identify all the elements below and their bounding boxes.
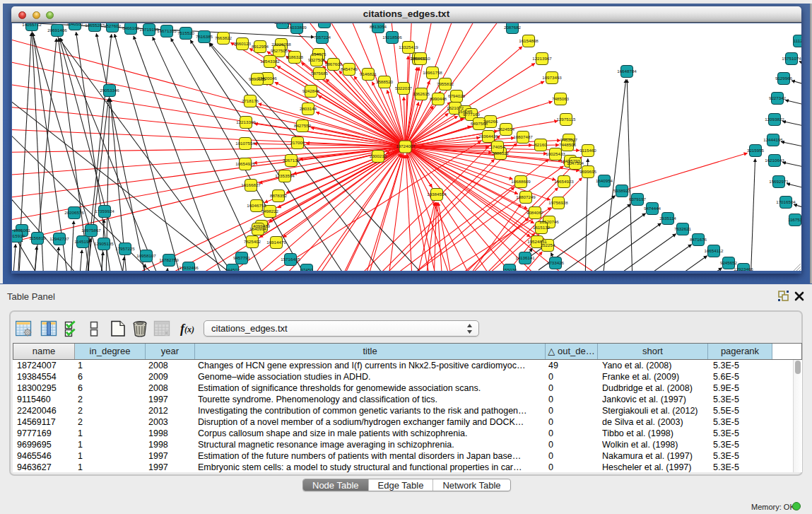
svg-text:7955812: 7955812 (437, 81, 454, 86)
svg-text:7986322: 7986322 (492, 151, 510, 156)
svg-text:19166827: 19166827 (241, 182, 261, 187)
svg-text:7515520: 7515520 (177, 30, 195, 35)
svg-text:1156819: 1156819 (29, 235, 46, 240)
svg-text:8660123: 8660123 (234, 41, 252, 46)
svg-text:7632621: 7632621 (674, 226, 692, 231)
svg-text:19724007: 19724007 (396, 144, 416, 148)
svg-text:3915919: 3915919 (12, 233, 25, 238)
svg-text:62160: 62160 (534, 142, 547, 147)
svg-text:252254: 252254 (541, 243, 555, 247)
svg-text:1615132: 1615132 (533, 225, 551, 230)
svg-text:3267130: 3267130 (283, 158, 300, 163)
svg-text:16046756: 16046756 (247, 203, 266, 208)
svg-text:16782759: 16782759 (159, 257, 179, 262)
svg-text:8912954: 8912954 (252, 44, 269, 49)
svg-text:12975115: 12975115 (556, 117, 576, 122)
svg-text:12942737: 12942737 (49, 236, 69, 241)
svg-text:1527602: 1527602 (104, 23, 122, 28)
svg-text:5875685: 5875685 (311, 71, 329, 76)
svg-text:9890155: 9890155 (249, 76, 266, 81)
svg-text:11123: 11123 (794, 38, 801, 43)
svg-text:10120746: 10120746 (539, 219, 559, 224)
svg-text:19756928: 19756928 (548, 200, 568, 205)
svg-text:10807487: 10807487 (513, 134, 533, 139)
svg-text:9245652: 9245652 (720, 260, 738, 265)
svg-text:10654112: 10654112 (704, 248, 724, 253)
svg-text:29053346: 29053346 (100, 88, 119, 93)
svg-text:10973493: 10973493 (542, 75, 562, 80)
svg-text:97450: 97450 (300, 267, 313, 271)
svg-text:19218506: 19218506 (382, 35, 402, 40)
svg-text:217006: 217006 (290, 140, 305, 145)
svg-text:10543382: 10543382 (260, 59, 280, 64)
svg-text:(x): (x) (184, 325, 194, 334)
svg-text:7485063: 7485063 (552, 96, 570, 101)
svg-text:12923466: 12923466 (734, 267, 753, 271)
svg-text:8471676: 8471676 (690, 237, 707, 242)
svg-text:9699695: 9699695 (579, 169, 597, 174)
svg-text:9129966: 9129966 (775, 76, 793, 81)
svg-text:14136141: 14136141 (515, 255, 535, 260)
svg-text:12932466: 12932466 (179, 265, 199, 270)
svg-text:17016504: 17016504 (776, 199, 796, 204)
svg-text:155036: 155036 (502, 267, 517, 271)
svg-text:8427552: 8427552 (294, 123, 312, 128)
svg-text:10961758: 10961758 (423, 70, 442, 75)
svg-text:154675: 154675 (312, 52, 326, 57)
svg-text:9474444: 9474444 (644, 206, 661, 211)
svg-text:1733426: 1733426 (547, 260, 565, 265)
svg-text:2087682: 2087682 (504, 25, 522, 30)
svg-text:10107554: 10107554 (235, 141, 255, 146)
svg-text:14055712: 14055712 (22, 23, 42, 27)
svg-text:8990448: 8990448 (430, 96, 447, 101)
svg-text:16210643: 16210643 (765, 158, 784, 163)
svg-text:10958107: 10958107 (136, 253, 156, 258)
svg-text:12353594: 12353594 (275, 173, 295, 178)
svg-text:15751074: 15751074 (782, 56, 801, 61)
svg-text:19654923: 19654923 (554, 179, 574, 184)
svg-text:10655287: 10655287 (85, 23, 105, 28)
svg-text:8186328: 8186328 (286, 54, 304, 59)
svg-text:20691406: 20691406 (47, 28, 67, 33)
svg-text:12213369: 12213369 (236, 119, 256, 124)
svg-text:5322037: 5322037 (395, 86, 413, 90)
svg-text:20364436: 20364436 (478, 134, 498, 139)
svg-text:10975867: 10975867 (81, 228, 101, 233)
svg-text:18640910: 18640910 (411, 56, 430, 61)
svg-text:9084067: 9084067 (526, 210, 544, 215)
svg-text:9115460: 9115460 (579, 148, 596, 153)
svg-text:1835061: 1835061 (13, 228, 31, 233)
svg-text:10025433: 10025433 (546, 151, 565, 156)
svg-text:16154808: 16154808 (519, 38, 539, 43)
svg-text:9227342: 9227342 (769, 95, 787, 100)
svg-text:1047504: 1047504 (567, 160, 584, 165)
svg-text:15716485: 15716485 (281, 257, 300, 262)
svg-text:16033809: 16033809 (287, 25, 307, 30)
svg-text:12093822: 12093822 (765, 117, 784, 122)
svg-text:8454749: 8454749 (341, 66, 358, 71)
svg-text:9777169: 9777169 (463, 112, 481, 117)
svg-text:2300213: 2300213 (370, 153, 387, 158)
svg-text:7625402: 7625402 (244, 239, 261, 244)
svg-text:1145194: 1145194 (74, 239, 91, 244)
svg-text:1588520: 1588520 (376, 79, 394, 84)
svg-text:9457791: 9457791 (233, 255, 251, 260)
svg-text:5498222: 5498222 (261, 209, 279, 214)
svg-text:6466160: 6466160 (122, 25, 140, 30)
svg-text:7616385: 7616385 (196, 34, 213, 39)
svg-text:2935114: 2935114 (659, 216, 676, 221)
svg-text:7663822: 7663822 (215, 35, 233, 40)
svg-text:10719155: 10719155 (139, 27, 159, 32)
svg-text:17957225: 17957225 (115, 246, 135, 251)
svg-text:8878352: 8878352 (270, 193, 288, 198)
svg-text:9327508: 9327508 (308, 57, 326, 62)
svg-text:9146821: 9146821 (360, 71, 377, 76)
svg-text:17359924: 17359924 (95, 209, 114, 214)
svg-text:20206576: 20206576 (64, 210, 84, 215)
svg-text:16914479: 16914479 (266, 240, 286, 245)
svg-text:5938923: 5938923 (613, 188, 631, 193)
svg-text:9463627: 9463627 (560, 137, 578, 142)
svg-text:1362615: 1362615 (413, 91, 430, 96)
svg-text:16671355: 16671355 (157, 28, 177, 33)
svg-text:12213967: 12213967 (532, 56, 552, 61)
